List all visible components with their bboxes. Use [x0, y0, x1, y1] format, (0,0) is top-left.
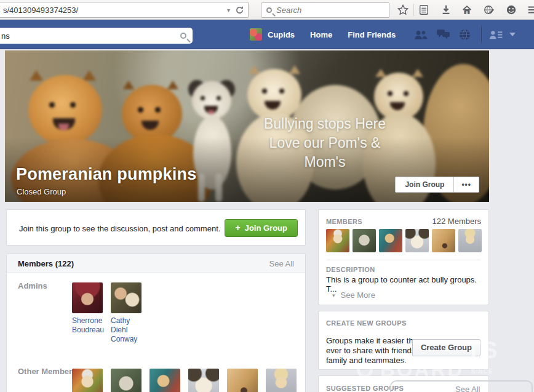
- admin-name-link[interactable]: Cathy Diehl Conway: [111, 316, 146, 344]
- cta-message: Join this group to see the discussion, p…: [19, 224, 220, 233]
- create-groups-card: CREATE NEW GROUPS Groups make it easier …: [318, 311, 489, 370]
- create-groups-label: CREATE NEW GROUPS: [326, 319, 407, 327]
- join-cta-card: Join this group to see the discussion, p…: [6, 209, 306, 246]
- browser-search-box[interactable]: [261, 2, 389, 18]
- join-group-button[interactable]: Join Group: [395, 177, 454, 193]
- browser-toolbar: ▾: [0, 0, 534, 20]
- home-link[interactable]: Home: [310, 30, 332, 39]
- search-icon: [180, 33, 186, 39]
- url-input[interactable]: [3, 6, 222, 15]
- member-avatar[interactable]: [326, 229, 349, 252]
- bookmark-star-icon[interactable]: [397, 4, 408, 15]
- find-friends-link[interactable]: Find Friends: [348, 30, 396, 39]
- admin-name-link[interactable]: Sherrone Boudreau: [72, 316, 108, 335]
- sidebar-members-label: MEMBERS: [326, 218, 362, 225]
- admin-avatar[interactable]: [111, 282, 141, 313]
- member-avatar[interactable]: [379, 229, 402, 252]
- join-group-green-button[interactable]: +Join Group: [225, 219, 298, 237]
- member-avatar[interactable]: [149, 369, 180, 392]
- members-card-header: Members (122) See All: [7, 254, 305, 273]
- admin-tile[interactable]: Cathy Diehl Conway: [111, 282, 146, 344]
- navbar-divider: [481, 26, 482, 42]
- privacy-shortcuts-icon[interactable]: [490, 30, 503, 39]
- member-avatar[interactable]: [458, 229, 482, 252]
- member-avatar[interactable]: [72, 369, 103, 392]
- browser-search-input[interactable]: [276, 6, 386, 15]
- reading-list-icon[interactable]: [418, 4, 429, 15]
- notifications-globe-icon[interactable]: [459, 29, 471, 41]
- group-privacy-label: Closed Group: [17, 187, 66, 196]
- member-avatar[interactable]: [266, 369, 297, 392]
- group-name: Pomeranian pumpkins: [16, 165, 196, 184]
- downloads-icon[interactable]: [440, 4, 452, 15]
- member-tile[interactable]: [188, 369, 224, 392]
- member-tile[interactable]: [149, 369, 185, 392]
- member-avatar[interactable]: [353, 229, 376, 252]
- sidebar-divider: [326, 260, 481, 260]
- facebook-search-input[interactable]: [1, 31, 180, 41]
- suggested-groups-label: SUGGESTED GROUPS: [326, 385, 404, 392]
- facebook-nav-links: Cupids Home Find Friends: [250, 20, 516, 49]
- menu-icon[interactable]: [527, 4, 534, 15]
- sidebar-members-count: 122 Members: [432, 217, 481, 226]
- member-avatar[interactable]: [111, 369, 141, 392]
- sidebar-members-card: MEMBERS 122 Members DESCRIPTION This is …: [318, 209, 489, 305]
- url-dropdown-caret-icon[interactable]: ▾: [227, 7, 230, 14]
- toolbar-separator: [413, 4, 414, 16]
- globe-edit-icon[interactable]: [484, 4, 495, 15]
- member-tile[interactable]: [72, 369, 108, 392]
- member-avatar[interactable]: [405, 229, 429, 252]
- see-more-link[interactable]: ▾See More: [332, 290, 375, 300]
- search-icon: [266, 7, 272, 13]
- member-tile[interactable]: [227, 369, 263, 392]
- member-tile[interactable]: [111, 369, 146, 392]
- member-avatar[interactable]: [188, 369, 219, 392]
- profile-avatar[interactable]: [250, 28, 262, 41]
- cover-overlay-text: Bullying stops Here Love our Pom's & Mom…: [207, 114, 443, 172]
- reload-icon[interactable]: [235, 6, 244, 15]
- address-bar[interactable]: ▾: [0, 2, 249, 18]
- other-members-label: Other Members: [18, 367, 76, 376]
- facebook-search-box[interactable]: [0, 28, 193, 44]
- caret-down-icon: ▾: [332, 292, 335, 298]
- description-label: DESCRIPTION: [326, 266, 375, 273]
- group-cover-photo: Bullying stops Here Love our Pom's & Mom…: [5, 50, 489, 202]
- members-card: Members (122) See All Admins Sherrone Bo…: [6, 254, 306, 392]
- create-group-button[interactable]: Create Group: [412, 339, 480, 356]
- members-see-all-link[interactable]: See All: [269, 259, 294, 268]
- suggested-see-all-link[interactable]: See All: [455, 385, 480, 392]
- members-title: Members (122): [18, 259, 74, 268]
- caret-down-icon[interactable]: [509, 33, 516, 36]
- member-tile[interactable]: [266, 369, 301, 392]
- facebook-navbar: Cupids Home Find Friends: [0, 20, 534, 49]
- suggested-groups-card: SUGGESTED GROUPS See All: [318, 375, 489, 392]
- plus-icon: +: [235, 223, 240, 233]
- chat-smiley-icon[interactable]: [506, 4, 517, 15]
- friend-requests-icon[interactable]: [414, 30, 428, 40]
- member-avatar[interactable]: [432, 229, 455, 252]
- more-options-button[interactable]: •••: [454, 177, 479, 193]
- profile-name-link[interactable]: Cupids: [268, 30, 295, 39]
- home-icon[interactable]: [461, 4, 472, 15]
- member-avatar[interactable]: [227, 369, 258, 392]
- messages-icon[interactable]: [437, 30, 450, 39]
- admin-tile[interactable]: Sherrone Boudreau: [72, 282, 108, 335]
- admin-avatar[interactable]: [72, 282, 103, 313]
- admins-label: Admins: [18, 281, 47, 290]
